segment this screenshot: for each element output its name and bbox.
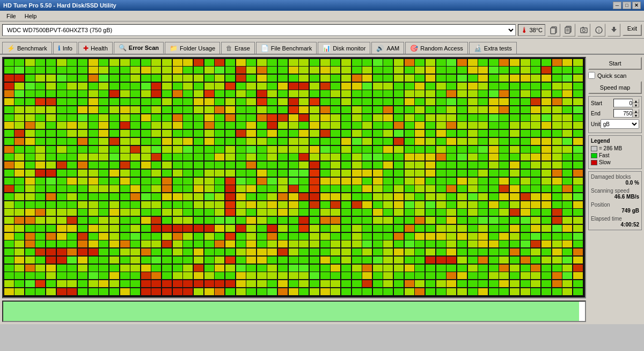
end-input[interactable] bbox=[613, 109, 633, 118]
tab-erase-label: Erase bbox=[235, 45, 250, 52]
diskmon-icon: 📊 bbox=[323, 45, 331, 52]
tab-health[interactable]: ✚ Health bbox=[78, 42, 113, 54]
legend-slow-color bbox=[591, 160, 597, 165]
unit-field: Unit gB MB Sectors bbox=[591, 119, 639, 129]
tab-benchmark-label: Benchmark bbox=[17, 45, 47, 52]
scan-icon: 🔍 bbox=[119, 44, 127, 52]
svg-rect-13 bbox=[613, 27, 615, 30]
temperature-value: 38°C bbox=[529, 27, 543, 33]
tab-extra-tests[interactable]: 🔬 Extra tests bbox=[469, 42, 517, 54]
benchmark-icon: ⚡ bbox=[7, 45, 15, 52]
health-icon: ✚ bbox=[83, 45, 89, 52]
folder-icon: 📁 bbox=[170, 45, 178, 52]
start-spinner: ▲ ▼ bbox=[633, 99, 639, 107]
random-icon: 🎯 bbox=[410, 45, 418, 52]
start-label: Start bbox=[591, 100, 602, 106]
tab-aam[interactable]: 🔊 AAM bbox=[371, 42, 404, 54]
quick-scan-row: Quick scan bbox=[588, 72, 642, 79]
tabs-bar: ⚡ Benchmark ℹ Info ✚ Health 🔍 Error Scan… bbox=[0, 39, 644, 55]
legend-block: = 286 MB bbox=[591, 145, 639, 151]
tab-disk-monitor[interactable]: 📊 Disk monitor bbox=[318, 42, 370, 54]
legend-block-label: = 286 MB bbox=[599, 145, 622, 151]
title-bar: HD Tune Pro 5.50 - Hard Disk/SSD Utility… bbox=[0, 0, 644, 11]
download-button[interactable] bbox=[608, 24, 620, 36]
progress-bar-container bbox=[2, 301, 586, 322]
elapsed-value: 4:00:52 bbox=[591, 222, 639, 228]
quick-scan-checkbox[interactable] bbox=[588, 72, 595, 79]
exit-button[interactable]: Exit bbox=[623, 24, 642, 36]
speed-map-button[interactable]: Speed map bbox=[588, 81, 642, 94]
tab-folder-label: Folder Usage bbox=[180, 45, 215, 52]
end-spin-up[interactable]: ▲ bbox=[633, 109, 639, 113]
copy-button-1[interactable] bbox=[547, 24, 560, 36]
legend-title: Legend bbox=[591, 138, 639, 144]
right-panel: Start Quick scan Speed map Start ▲ ▼ End bbox=[588, 57, 642, 322]
unit-label: Unit bbox=[591, 121, 601, 127]
tab-random-label: Random Access bbox=[420, 45, 463, 52]
tab-error-scan[interactable]: 🔍 Error Scan bbox=[114, 42, 164, 54]
range-section: Start ▲ ▼ End ▲ ▼ bbox=[588, 96, 642, 133]
minimize-button[interactable]: ─ bbox=[613, 2, 621, 9]
position-label: Position bbox=[591, 202, 639, 208]
aam-icon: 🔊 bbox=[376, 45, 384, 52]
scan-grid-container bbox=[2, 57, 586, 298]
info-icon: ℹ bbox=[58, 45, 61, 52]
toolbar: WDC WD7500BPVT-60HXZT3 (750 gB) 🌡 38°C i… bbox=[0, 21, 644, 39]
menu-bar: File Help bbox=[0, 11, 644, 21]
disk-selector[interactable]: WDC WD7500BPVT-60HXZT3 (750 gB) bbox=[2, 24, 516, 36]
progress-bar bbox=[3, 302, 579, 321]
maximize-button[interactable]: □ bbox=[623, 2, 631, 9]
file-menu[interactable]: File bbox=[2, 12, 20, 20]
end-label: End bbox=[591, 111, 601, 116]
svg-text:i: i bbox=[598, 28, 599, 33]
scanning-value: 46.6 MB/s bbox=[591, 194, 639, 200]
svg-rect-9 bbox=[582, 27, 584, 28]
end-field: End ▲ ▼ bbox=[591, 109, 639, 118]
quick-scan-label[interactable]: Quick scan bbox=[597, 72, 626, 79]
copy-button-2[interactable] bbox=[562, 24, 575, 36]
window-title: HD Tune Pro 5.50 - Hard Disk/SSD Utility bbox=[3, 2, 116, 9]
tab-file-benchmark[interactable]: 📄 File Benchmark bbox=[256, 42, 317, 54]
close-button[interactable]: ✕ bbox=[632, 2, 641, 9]
tab-info[interactable]: ℹ Info bbox=[53, 42, 77, 54]
legend-fast-label: Fast bbox=[599, 152, 609, 158]
tab-aam-label: AAM bbox=[386, 45, 399, 52]
main-content: Start Quick scan Speed map Start ▲ ▼ End bbox=[0, 55, 644, 324]
unit-select[interactable]: gB MB Sectors bbox=[601, 119, 639, 129]
position-value: 749 gB bbox=[591, 208, 639, 214]
end-spinner: ▲ ▼ bbox=[633, 109, 639, 118]
info-button[interactable]: i bbox=[592, 24, 605, 36]
start-button[interactable]: Start bbox=[588, 57, 642, 70]
legend-fast-color bbox=[591, 153, 597, 158]
help-menu[interactable]: Help bbox=[20, 12, 41, 20]
svg-point-8 bbox=[583, 29, 586, 32]
damaged-label: Damaged blocks bbox=[591, 174, 639, 180]
end-spin-down[interactable]: ▼ bbox=[633, 113, 639, 118]
tab-scan-label: Error Scan bbox=[129, 45, 159, 51]
thermometer-icon: 🌡 bbox=[521, 26, 528, 34]
tab-erase[interactable]: 🗑 Erase bbox=[221, 42, 255, 54]
start-spin-down[interactable]: ▼ bbox=[633, 103, 639, 107]
tab-folder-usage[interactable]: 📁 Folder Usage bbox=[165, 42, 220, 54]
title-bar-buttons: ─ □ ✕ bbox=[613, 2, 641, 9]
erase-icon: 🗑 bbox=[226, 45, 232, 52]
legend-block-color bbox=[591, 146, 597, 151]
stats-section: Damaged blocks 0.0 % Scanning speed 46.6… bbox=[588, 171, 642, 230]
damaged-value: 0.0 % bbox=[591, 180, 639, 186]
legend-slow-label: Slow bbox=[599, 159, 611, 165]
screenshot-button[interactable] bbox=[577, 24, 590, 36]
tab-info-label: Info bbox=[63, 45, 72, 52]
start-spin-up[interactable]: ▲ bbox=[633, 99, 639, 103]
scanning-label: Scanning speed bbox=[591, 188, 639, 194]
svg-rect-1 bbox=[551, 28, 555, 34]
tab-benchmark[interactable]: ⚡ Benchmark bbox=[2, 42, 52, 54]
legend-slow: Slow bbox=[591, 159, 639, 165]
legend-fast: Fast bbox=[591, 152, 639, 158]
scan-canvas bbox=[3, 58, 585, 297]
tab-health-label: Health bbox=[91, 45, 108, 52]
start-input[interactable] bbox=[613, 99, 633, 107]
tab-random-access[interactable]: 🎯 Random Access bbox=[405, 42, 467, 54]
start-field: Start ▲ ▼ bbox=[591, 99, 639, 107]
tab-extra-label: Extra tests bbox=[484, 45, 512, 52]
tab-diskmon-label: Disk monitor bbox=[333, 45, 365, 52]
